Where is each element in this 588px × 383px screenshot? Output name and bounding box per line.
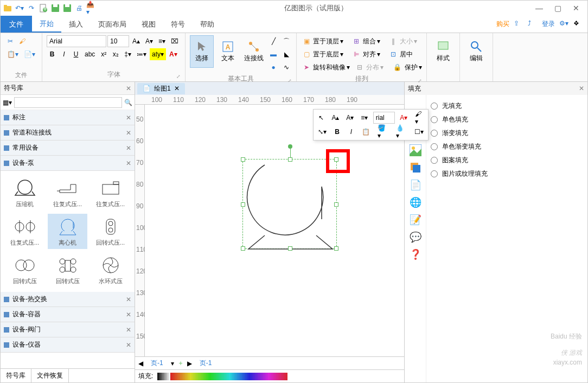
new-icon[interactable]: + [39, 3, 48, 13]
login-link[interactable]: 登录 [542, 20, 555, 29]
size-btn[interactable]: 大小 [400, 37, 413, 46]
bottom-icon[interactable]: ▢ [301, 48, 312, 60]
tab-recover[interactable]: 文件恢复 [31, 369, 69, 382]
gear-icon[interactable]: ⚙▾ [559, 20, 569, 29]
minimize-button[interactable]: — [535, 4, 543, 12]
app-icon[interactable]: ❖ [573, 20, 583, 29]
rotate-btn[interactable]: 旋转和镜像 [313, 63, 346, 72]
mini-cursor-icon[interactable]: ↖ [316, 112, 327, 124]
shape-recip2[interactable]: 往复式压... [91, 175, 130, 210]
drawing-canvas[interactable]: ↖ A▴ A▾ ≡▾ A▾ 🖌▾ ⤡▾ B I 📋 [145, 105, 404, 356]
clear-icon[interactable]: ⌧ [169, 35, 181, 47]
note-icon[interactable]: 📝 [409, 213, 422, 226]
fill-mono-gradient[interactable]: 单色渐变填充 [431, 140, 583, 154]
doc-tab[interactable]: 📄绘图1✕ [137, 83, 185, 94]
mini-brush-icon[interactable]: 🖌▾ [413, 112, 426, 124]
cat-vessel[interactable]: 设备-容器✕ [1, 307, 135, 322]
line-icon[interactable]: ╱ [268, 35, 279, 47]
rotate-icon[interactable]: ➤ [301, 61, 312, 73]
cat-pipe[interactable]: 管道和连接线✕ [1, 125, 135, 141]
shape-recip1[interactable]: 往复式压... [48, 175, 87, 210]
underline-icon[interactable]: U [71, 48, 81, 60]
bring-front[interactable]: 置于顶层 [313, 37, 339, 46]
fill-gradient[interactable]: 渐变填充 [431, 126, 583, 140]
dist-btn[interactable]: 分布 [366, 63, 379, 72]
color-strip[interactable] [157, 373, 287, 380]
menu-layout[interactable]: 页面布局 [91, 16, 134, 33]
shrink-font-icon[interactable]: A▾ [143, 35, 155, 47]
shape-compressor[interactable]: 压缩机 [5, 175, 44, 210]
fontcolor-icon[interactable]: A▾ [167, 48, 180, 60]
mini-shrink-icon[interactable]: A▾ [344, 112, 356, 124]
curve-icon[interactable]: ∿ [281, 61, 292, 73]
export-icon[interactable]: 📤▾ [86, 3, 96, 13]
doc-icon[interactable]: 📄 [409, 178, 422, 192]
mini-bold-icon[interactable]: B [331, 126, 342, 138]
center-btn[interactable]: 居中 [400, 50, 413, 59]
sub-icon[interactable]: x₂ [110, 48, 121, 60]
protect-btn[interactable]: 保护 [405, 63, 418, 72]
cat-annot[interactable]: 标注✕ [1, 110, 135, 125]
edit-btn[interactable]: 编辑 [464, 35, 488, 68]
menu-start[interactable]: 开始 [32, 16, 61, 33]
mini-conn-icon[interactable]: ⤡▾ [316, 126, 328, 138]
folder-icon[interactable] [3, 3, 12, 13]
size-select[interactable] [107, 35, 129, 47]
doc-close-icon[interactable]: ✕ [174, 85, 180, 92]
share2-icon[interactable]: ⤴ [528, 20, 538, 29]
help-icon[interactable]: ❓ [409, 248, 422, 261]
cat-pump[interactable]: 设备-泵✕ [1, 156, 135, 171]
group-icon[interactable]: ⊞ [351, 35, 362, 47]
rp-close-icon[interactable]: ✕ [579, 85, 584, 92]
buy-link[interactable]: 购买 [496, 20, 509, 29]
fill-solid[interactable]: 单色填充 [431, 113, 583, 126]
cat-common[interactable]: 常用设备✕ [1, 141, 135, 156]
maximize-button[interactable]: ▢ [554, 4, 561, 12]
mini-align-icon[interactable]: ≡▾ [359, 112, 370, 124]
connect-tool[interactable]: 连接线 [242, 35, 266, 68]
mini-drop-icon[interactable]: 💧▾ [394, 126, 409, 138]
fill-none[interactable]: 无填充 [431, 99, 583, 113]
cat-heat[interactable]: 设备-热交换✕ [1, 292, 135, 307]
redo-icon[interactable]: ↷ [27, 3, 36, 13]
lineheight-icon[interactable]: ≡▾ [156, 35, 168, 47]
globe-icon[interactable]: 🌐 [409, 196, 422, 209]
select-tool[interactable]: 选择 [190, 35, 214, 68]
mini-color-icon[interactable]: A▾ [398, 112, 410, 124]
italic-icon[interactable]: I [59, 48, 69, 60]
share-icon[interactable]: ⇪ [514, 20, 523, 29]
page-add-icon[interactable]: ＋ [177, 359, 184, 368]
tab-symbols[interactable]: 符号库 [1, 369, 31, 382]
search-input[interactable] [14, 97, 122, 108]
picture-icon[interactable] [409, 144, 422, 157]
style-btn[interactable]: 样式 [431, 35, 455, 68]
selection-box[interactable] [242, 159, 337, 249]
oval-icon[interactable]: ● [268, 61, 279, 73]
mini-font[interactable] [373, 112, 395, 124]
shape-water[interactable]: 水环式压 [91, 252, 130, 288]
mini-copy-icon[interactable]: 📋 [360, 126, 372, 138]
shape-rotary3[interactable]: 回转式压 [48, 252, 87, 288]
file-menu[interactable]: 文件 [1, 16, 32, 33]
print-icon[interactable]: 🖨 [74, 3, 84, 13]
undo-icon[interactable]: ↶▾ [15, 3, 24, 13]
shape-rotary2[interactable]: 回转式压 [5, 252, 44, 288]
rect-icon[interactable]: ▬ [268, 48, 279, 60]
sup-icon[interactable]: x² [98, 48, 109, 60]
highlight-icon[interactable]: aty▾ [150, 48, 166, 60]
menu-insert[interactable]: 插入 [61, 16, 91, 33]
page-prev-icon[interactable]: ◀ [138, 360, 143, 367]
top-icon[interactable]: ▣ [301, 35, 312, 47]
text-tool[interactable]: A文本 [216, 35, 240, 68]
copy-icon[interactable]: 📋▾ [5, 48, 21, 60]
font-select[interactable] [47, 35, 106, 47]
lib-color-icon[interactable]: ▦▾ [3, 99, 12, 106]
bold-icon[interactable]: B [47, 48, 57, 60]
cut-icon[interactable]: ✂ [5, 35, 16, 47]
shape-recip3[interactable]: 往复式压... [5, 214, 44, 249]
panel-close-icon[interactable]: ✕ [126, 85, 131, 92]
brush-icon[interactable]: 🖌 [17, 35, 28, 47]
send-back[interactable]: 置于底层 [313, 50, 339, 59]
saveas-icon[interactable] [62, 3, 72, 13]
page-tab-1[interactable]: 页-1 [146, 358, 168, 369]
